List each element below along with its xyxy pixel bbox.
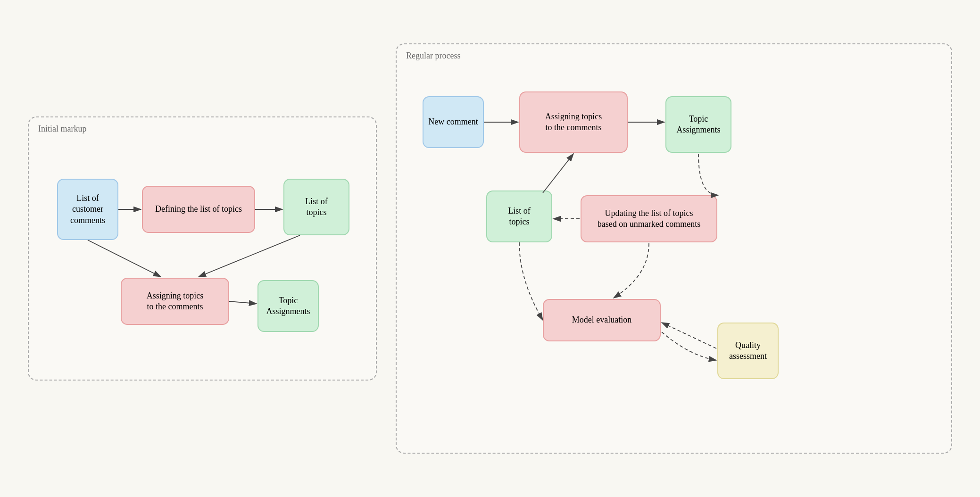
node-updating-topics: Updating the list of topics based on unm… — [581, 195, 717, 242]
node-topic-assignments-regular: Topic Assignments — [665, 96, 731, 153]
node-assigning-topics-regular: Assigning topics to the comments — [519, 91, 628, 153]
node-model-evaluation: Model evaluation — [543, 299, 661, 341]
node-quality-assessment: Quality assessment — [717, 323, 779, 379]
node-topic-assignments-initial: Topic Assignments — [257, 280, 319, 332]
initial-arrows — [29, 117, 376, 380]
regular-process-label: Regular process — [406, 51, 460, 61]
node-new-comment: New comment — [423, 96, 484, 148]
node-list-topics-initial: List of topics — [283, 179, 349, 235]
node-customer-comments: List of customer comments — [57, 179, 118, 240]
node-list-topics-regular: List of topics — [486, 191, 552, 242]
node-assigning-topics-initial: Assigning topics to the comments — [121, 278, 229, 325]
node-defining-topics: Defining the list of topics — [142, 186, 255, 233]
initial-markup-section: Initial markup List of customer comments… — [28, 116, 377, 381]
initial-markup-label: Initial markup — [38, 124, 86, 134]
regular-process-section: Regular process New comment Assigning to… — [396, 43, 952, 454]
